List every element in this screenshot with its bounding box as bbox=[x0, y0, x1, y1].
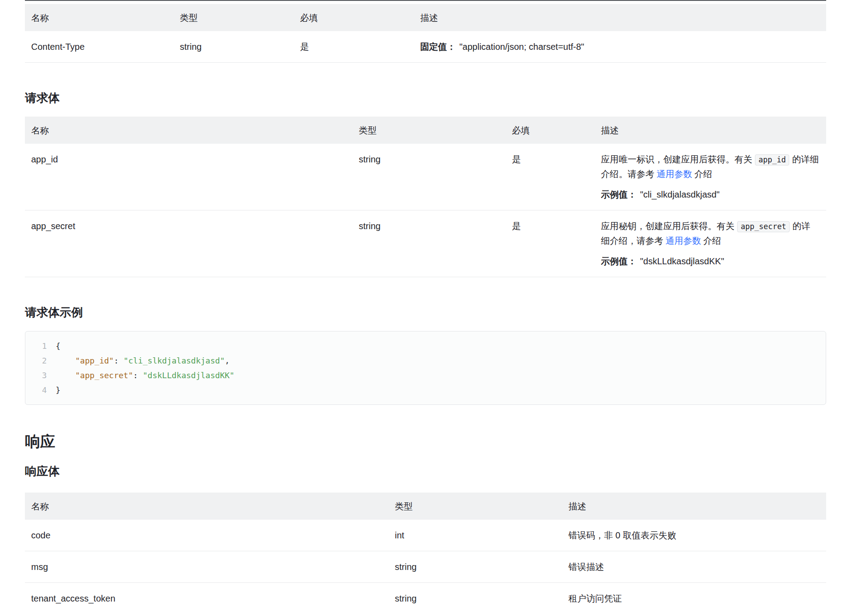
desc-text: 介绍 bbox=[694, 169, 712, 179]
field-desc-cell: 租户访问凭证 bbox=[562, 583, 826, 606]
fixed-value-label: 固定值： bbox=[420, 42, 456, 52]
field-type-cell: int bbox=[389, 520, 562, 551]
column-header-type: 类型 bbox=[353, 117, 506, 144]
inline-code-app-secret: app_secret bbox=[737, 221, 790, 232]
table-row-app-id: app_id string 是 应用唯一标识，创建应用后获得。有关app_id的… bbox=[25, 144, 826, 210]
field-desc-cell: 错误描述 bbox=[562, 551, 826, 583]
code-line-4: 4} bbox=[25, 383, 826, 397]
fixed-value-text: "application/json; charset=utf-8" bbox=[459, 42, 584, 52]
code-line-1: 1{ bbox=[25, 339, 826, 353]
request-body-heading: 请求体 bbox=[25, 90, 826, 106]
param-description: 应用秘钥，创建应用后获得。有关app_secret的详细介绍，请参考通用参数介绍 bbox=[601, 219, 819, 248]
table-header-row: 名称 类型 必填 描述 bbox=[25, 4, 826, 31]
column-header-name: 名称 bbox=[25, 4, 174, 31]
header-name-cell: Content-Type bbox=[25, 31, 174, 63]
column-header-type: 类型 bbox=[389, 493, 562, 520]
header-desc-cell: 固定值："application/json; charset=utf-8" bbox=[414, 31, 826, 63]
field-desc-cell: 错误码，非 0 取值表示失败 bbox=[562, 520, 826, 551]
column-header-desc: 描述 bbox=[562, 493, 826, 520]
code-token: , bbox=[225, 356, 230, 365]
table-row-msg: msg string 错误描述 bbox=[25, 551, 826, 583]
param-desc-cell: 应用唯一标识，创建应用后获得。有关app_id的详细介绍。请参考通用参数介绍 示… bbox=[595, 144, 826, 210]
code-block: 1{ 2"app_id": "cli_slkdjalasdkjasd", 3"a… bbox=[25, 331, 826, 405]
column-header-name: 名称 bbox=[25, 493, 389, 520]
code-token-string: "dskLLdkasdjlasdKK" bbox=[143, 371, 235, 380]
example-value-line: 示例值："cli_slkdjalasdkjasd" bbox=[601, 187, 819, 202]
param-desc-cell: 应用秘钥，创建应用后获得。有关app_secret的详细介绍，请参考通用参数介绍… bbox=[595, 210, 826, 277]
table-row: Content-Type string 是 固定值："application/j… bbox=[25, 31, 826, 63]
param-description: 应用唯一标识，创建应用后获得。有关app_id的详细介绍。请参考通用参数介绍 bbox=[601, 152, 819, 181]
example-value: "dskLLdkasdjlasdKK" bbox=[640, 256, 724, 266]
code-token-key: "app_secret" bbox=[75, 371, 133, 380]
code-line-3: 3"app_secret": "dskLLdkasdjlasdKK" bbox=[25, 368, 826, 383]
desc-text: 应用唯一标识，创建应用后获得。有关 bbox=[601, 154, 752, 164]
header-type-cell: string bbox=[174, 31, 294, 63]
example-label: 示例值： bbox=[601, 190, 637, 199]
code-token-key: "app_id" bbox=[75, 356, 114, 365]
code-token: { bbox=[56, 341, 61, 351]
column-header-required: 必填 bbox=[294, 4, 414, 31]
param-required-cell: 是 bbox=[506, 210, 595, 277]
inline-code-app-id: app_id bbox=[755, 154, 789, 166]
column-header-desc: 描述 bbox=[414, 4, 826, 31]
column-header-required: 必填 bbox=[506, 117, 595, 144]
field-type-cell: string bbox=[389, 551, 562, 583]
api-doc-page: 名称 类型 必填 描述 Content-Type string 是 固定值："a… bbox=[25, 0, 826, 606]
code-token: : bbox=[114, 356, 124, 365]
table-row-app-secret: app_secret string 是 应用秘钥，创建应用后获得。有关app_s… bbox=[25, 210, 826, 277]
field-name-cell: tenant_access_token bbox=[25, 583, 389, 606]
param-required-cell: 是 bbox=[506, 144, 595, 210]
field-name-cell: msg bbox=[25, 551, 389, 583]
top-divider bbox=[25, 0, 826, 1]
common-params-link[interactable]: 通用参数 bbox=[665, 236, 701, 246]
code-line-2: 2"app_id": "cli_slkdjalasdkjasd", bbox=[25, 353, 826, 368]
field-name-cell: code bbox=[25, 520, 389, 551]
code-token: } bbox=[56, 385, 61, 395]
request-body-table: 名称 类型 必填 描述 app_id string 是 应用唯一标识，创建应用后… bbox=[25, 117, 826, 277]
example-value: "cli_slkdjalasdkjasd" bbox=[640, 190, 720, 199]
response-heading: 响应 bbox=[25, 432, 826, 452]
column-header-type: 类型 bbox=[174, 4, 294, 31]
desc-text: 应用秘钥，创建应用后获得。有关 bbox=[601, 221, 734, 231]
field-type-cell: string bbox=[389, 583, 562, 606]
request-example-heading: 请求体示例 bbox=[25, 305, 826, 320]
table-header-row: 名称 类型 描述 bbox=[25, 493, 826, 520]
response-body-table: 名称 类型 描述 code int 错误码，非 0 取值表示失败 msg str… bbox=[25, 493, 826, 606]
column-header-name: 名称 bbox=[25, 117, 353, 144]
header-required-cell: 是 bbox=[294, 31, 414, 63]
response-body-heading: 响应体 bbox=[25, 464, 826, 479]
common-params-link[interactable]: 通用参数 bbox=[657, 169, 692, 179]
line-number: 1 bbox=[25, 339, 47, 353]
param-type-cell: string bbox=[353, 144, 506, 210]
request-headers-table: 名称 类型 必填 描述 Content-Type string 是 固定值："a… bbox=[25, 4, 826, 63]
param-name-cell: app_id bbox=[25, 144, 353, 210]
code-token: : bbox=[133, 371, 143, 380]
param-type-cell: string bbox=[353, 210, 506, 277]
code-token-string: "cli_slkdjalasdkjasd" bbox=[123, 356, 225, 365]
table-row-code: code int 错误码，非 0 取值表示失败 bbox=[25, 520, 826, 551]
line-number: 2 bbox=[25, 353, 47, 368]
table-header-row: 名称 类型 必填 描述 bbox=[25, 117, 826, 144]
line-number: 4 bbox=[25, 383, 47, 397]
line-number: 3 bbox=[25, 368, 47, 383]
example-value-line: 示例值："dskLLdkasdjlasdKK" bbox=[601, 254, 819, 268]
param-name-cell: app_secret bbox=[25, 210, 353, 277]
table-row-tenant-access-token: tenant_access_token string 租户访问凭证 bbox=[25, 583, 826, 606]
desc-text: 介绍 bbox=[703, 236, 721, 246]
example-label: 示例值： bbox=[601, 256, 637, 266]
column-header-desc: 描述 bbox=[595, 117, 826, 144]
